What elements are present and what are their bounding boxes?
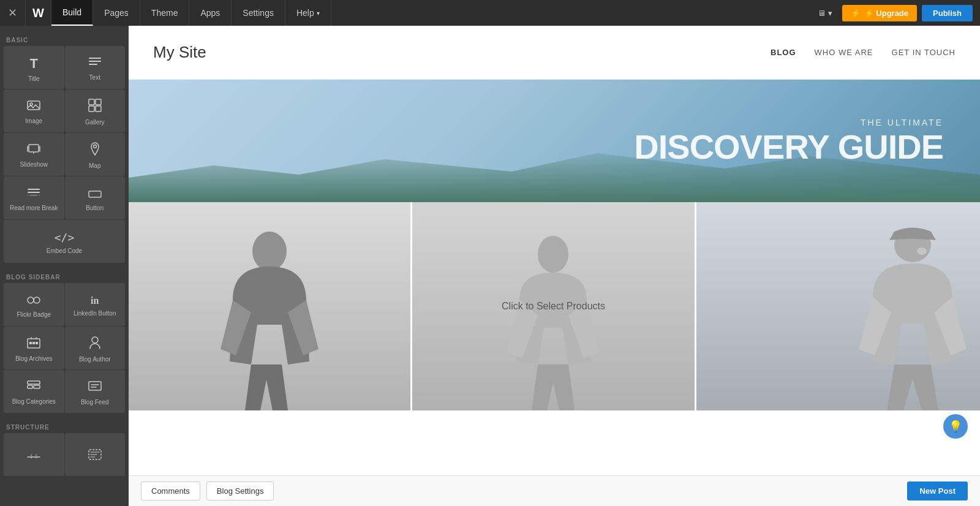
tab-build[interactable]: Build (51, 0, 93, 26)
tab-apps[interactable]: Apps (189, 0, 232, 26)
help-bubble[interactable]: 💡 (943, 414, 968, 439)
section-icon (88, 449, 102, 463)
close-button[interactable]: ✕ (0, 0, 26, 26)
publish-button[interactable]: Publish (922, 5, 973, 21)
svg-point-10 (33, 153, 34, 154)
tab-settings[interactable]: Settings (232, 0, 285, 26)
hero-subtitle: THE ULTIMATE (634, 118, 943, 127)
svg-rect-6 (96, 99, 101, 105)
click-select-text: Click to Select Products (502, 301, 605, 312)
widget-map[interactable]: Map (65, 133, 126, 176)
gallery-icon (88, 99, 102, 115)
site-title: My Site (153, 43, 206, 62)
top-navigation: ✕ W Build Pages Theme Apps Settings Help… (0, 0, 980, 26)
widget-title-label: Title (28, 75, 40, 82)
svg-point-11 (93, 145, 96, 148)
svg-rect-19 (29, 342, 32, 344)
tab-pages[interactable]: Pages (93, 0, 140, 26)
site-nav-who[interactable]: WHO WE ARE (815, 48, 873, 57)
blog-archives-icon (27, 336, 40, 352)
svg-rect-26 (89, 382, 101, 390)
svg-rect-5 (89, 99, 94, 105)
product-cell-2[interactable]: Click to Select Products (412, 202, 696, 410)
svg-rect-15 (89, 191, 101, 197)
site-preview[interactable]: My Site BLOG WHO WE ARE GET IN TOUCH (129, 26, 980, 475)
widget-flickr-label: Flickr Badge (17, 311, 51, 318)
text-icon (88, 56, 102, 70)
widget-blog-categories[interactable]: Blog Categories (4, 370, 64, 413)
main-layout: BASIC T Title Text (0, 26, 980, 506)
blog-author-icon (89, 336, 100, 352)
widget-text-label: Text (89, 74, 100, 81)
widget-section[interactable] (65, 433, 126, 476)
widget-flickr-badge[interactable]: Flickr Badge (4, 283, 64, 326)
widget-linkedin-button[interactable]: in LinkedIn Button (65, 283, 126, 326)
svg-rect-8 (96, 106, 101, 111)
divider-icon (27, 449, 40, 463)
svg-rect-7 (89, 106, 94, 111)
blog-categories-icon (27, 380, 40, 395)
widget-title[interactable]: T Title (4, 46, 64, 89)
blog-sidebar-widget-grid: Flickr Badge in LinkedIn Button (0, 283, 129, 418)
site-nav-contact[interactable]: GET IN TOUCH (892, 48, 956, 57)
svg-rect-3 (28, 101, 40, 110)
help-icon: 💡 (949, 420, 962, 433)
widget-slideshow[interactable]: Slideshow (4, 133, 64, 176)
widget-image[interactable]: Image (4, 89, 64, 132)
device-selector[interactable]: 🖥 ▾ (813, 6, 837, 20)
svg-rect-12 (28, 189, 40, 190)
site-nav-blog[interactable]: BLOG (771, 48, 796, 57)
section-label-basic: BASIC (0, 31, 129, 46)
widget-slideshow-label: Slideshow (20, 161, 48, 168)
widget-text[interactable]: Text (65, 46, 126, 89)
widget-blog-archives-label: Blog Archives (15, 355, 53, 362)
widget-blog-archives[interactable]: Blog Archives (4, 327, 64, 369)
widget-blog-categories-label: Blog Categories (12, 398, 56, 405)
product-overlay-3 (696, 202, 980, 410)
blog-settings-button[interactable]: Blog Settings (206, 481, 274, 500)
embedcode-icon: </> (55, 231, 75, 244)
left-sidebar: BASIC T Title Text (0, 26, 129, 506)
title-icon: T (30, 56, 38, 72)
button-icon (88, 187, 102, 201)
products-section[interactable]: Click to Select Products (129, 202, 980, 410)
bottom-bar: Comments Blog Settings New Post (129, 475, 980, 506)
product-cell-3[interactable] (696, 202, 980, 410)
widget-map-label: Map (89, 162, 100, 169)
widget-blog-feed-label: Blog Feed (81, 399, 109, 406)
widget-readmore[interactable]: Read more Break (4, 176, 64, 219)
widget-linkedin-label: LinkedIn Button (74, 310, 116, 317)
svg-rect-14 (30, 195, 37, 196)
section-label-blog-sidebar: BLOG SIDEBAR (0, 268, 129, 283)
svg-rect-13 (28, 192, 40, 193)
weebly-logo: W (32, 6, 44, 20)
slideshow-icon (27, 143, 40, 157)
product-overlay-2[interactable]: Click to Select Products (412, 202, 694, 410)
canvas-area: My Site BLOG WHO WE ARE GET IN TOUCH (129, 26, 980, 506)
product-cell-1[interactable] (129, 202, 412, 410)
site-nav: BLOG WHO WE ARE GET IN TOUCH (771, 48, 956, 57)
svg-point-17 (34, 297, 40, 303)
svg-rect-23 (28, 381, 40, 384)
widget-divider[interactable] (4, 433, 64, 476)
widget-gallery[interactable]: Gallery (65, 89, 126, 132)
widget-button[interactable]: Button (65, 176, 126, 219)
svg-rect-2 (89, 64, 97, 65)
upgrade-button[interactable]: ⚡ ⚡ Upgrade (842, 5, 917, 21)
svg-rect-21 (36, 342, 38, 344)
comments-button[interactable]: Comments (141, 481, 200, 500)
site-header: My Site BLOG WHO WE ARE GET IN TOUCH (129, 26, 980, 80)
basic-widget-grid: T Title Text (0, 46, 129, 268)
widget-blog-author[interactable]: Blog Author (65, 327, 126, 369)
svg-rect-1 (89, 61, 101, 62)
tab-theme[interactable]: Theme (140, 0, 190, 26)
widget-embedcode[interactable]: </> Embed Code (4, 220, 125, 263)
widget-blog-feed[interactable]: Blog Feed (65, 370, 126, 413)
image-icon (27, 100, 40, 114)
readmore-icon (27, 187, 40, 201)
tab-help[interactable]: Help ▾ (285, 0, 331, 26)
new-post-button[interactable]: New Post (907, 481, 968, 500)
nav-tabs: Build Pages Theme Apps Settings Help ▾ (51, 0, 331, 26)
svg-point-16 (28, 297, 34, 303)
flickr-icon (27, 293, 40, 308)
